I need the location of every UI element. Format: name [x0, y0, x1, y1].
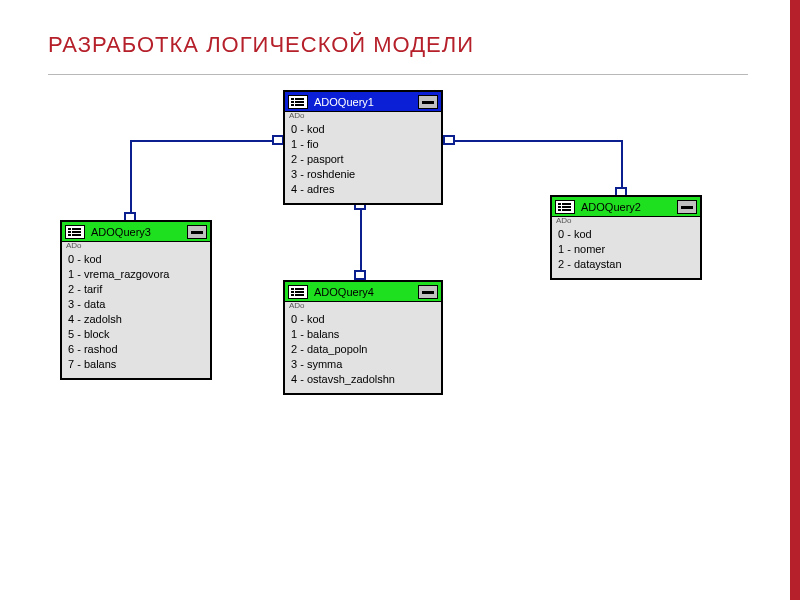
- connector-q1-q3: [130, 140, 278, 142]
- entity-title: ADOQuery2: [581, 201, 677, 213]
- diagram-canvas: ADOQuery1 ADo 0 - kod1 - fio2 - pasport3…: [0, 0, 800, 600]
- entity-field-row: 5 - block: [68, 327, 204, 342]
- entity-title: ADOQuery3: [91, 226, 187, 238]
- svg-rect-21: [295, 291, 304, 293]
- entity-titlebar[interactable]: ADOQuery1: [285, 92, 441, 112]
- list-icon: [555, 200, 575, 214]
- minimize-icon[interactable]: [418, 95, 438, 109]
- entity-field-row: 3 - roshdenie: [291, 167, 435, 182]
- entity-field-row: 4 - zadolsh: [68, 312, 204, 327]
- list-icon: [288, 285, 308, 299]
- svg-rect-7: [562, 203, 571, 205]
- entity-field-row: 7 - balans: [68, 357, 204, 372]
- entity-titlebar[interactable]: ADOQuery3: [62, 222, 210, 242]
- minimize-icon[interactable]: [677, 200, 697, 214]
- entity-field-row: 0 - kod: [291, 312, 435, 327]
- svg-rect-17: [72, 234, 81, 236]
- entity-adoquery2[interactable]: ADOQuery2 ADo 0 - kod1 - nomer2 - datays…: [550, 195, 702, 280]
- minimize-icon[interactable]: [418, 285, 438, 299]
- svg-rect-6: [558, 203, 561, 205]
- svg-rect-23: [295, 294, 304, 296]
- entity-fields: 0 - kod1 - fio2 - pasport3 - roshdenie4 …: [285, 120, 441, 203]
- svg-rect-5: [295, 104, 304, 106]
- svg-rect-14: [68, 231, 71, 233]
- svg-rect-15: [72, 231, 81, 233]
- svg-rect-1: [295, 98, 304, 100]
- entity-fields: 0 - kod1 - nomer2 - dataystan: [552, 225, 700, 278]
- svg-rect-4: [291, 104, 294, 106]
- svg-rect-12: [68, 228, 71, 230]
- connector-q1-q4: [360, 200, 362, 278]
- entity-field-row: 0 - kod: [68, 252, 204, 267]
- entity-sublabel: ADo: [285, 112, 441, 120]
- list-icon: [65, 225, 85, 239]
- svg-rect-13: [72, 228, 81, 230]
- entity-field-row: 1 - vrema_razgovora: [68, 267, 204, 282]
- svg-rect-3: [295, 101, 304, 103]
- entity-field-row: 4 - adres: [291, 182, 435, 197]
- svg-rect-19: [295, 288, 304, 290]
- svg-rect-22: [291, 294, 294, 296]
- entity-adoquery3[interactable]: ADOQuery3 ADo 0 - kod1 - vrema_razgovora…: [60, 220, 212, 380]
- svg-rect-8: [558, 206, 561, 208]
- entity-titlebar[interactable]: ADOQuery2: [552, 197, 700, 217]
- entity-field-row: 3 - symma: [291, 357, 435, 372]
- list-icon: [288, 95, 308, 109]
- connector-port: [443, 135, 455, 145]
- entity-field-row: 1 - balans: [291, 327, 435, 342]
- svg-rect-18: [291, 288, 294, 290]
- connector-q1-q2: [448, 140, 623, 142]
- entity-field-row: 1 - nomer: [558, 242, 694, 257]
- svg-rect-9: [562, 206, 571, 208]
- entity-field-row: 2 - pasport: [291, 152, 435, 167]
- entity-sublabel: ADo: [62, 242, 210, 250]
- svg-rect-11: [562, 209, 571, 211]
- entity-sublabel: ADo: [552, 217, 700, 225]
- entity-field-row: 2 - dataystan: [558, 257, 694, 272]
- connector-q1-q2: [621, 140, 623, 193]
- entity-field-row: 0 - kod: [558, 227, 694, 242]
- entity-field-row: 4 - ostavsh_zadolshn: [291, 372, 435, 387]
- entity-sublabel: ADo: [285, 302, 441, 310]
- entity-field-row: 2 - tarif: [68, 282, 204, 297]
- entity-field-row: 3 - data: [68, 297, 204, 312]
- entity-title: ADOQuery1: [314, 96, 418, 108]
- entity-field-row: 0 - kod: [291, 122, 435, 137]
- connector-q1-q3: [130, 140, 132, 218]
- entity-adoquery1[interactable]: ADOQuery1 ADo 0 - kod1 - fio2 - pasport3…: [283, 90, 443, 205]
- entity-field-row: 6 - rashod: [68, 342, 204, 357]
- entity-fields: 0 - kod1 - vrema_razgovora2 - tarif3 - d…: [62, 250, 210, 378]
- entity-fields: 0 - kod1 - balans2 - data_popoln3 - symm…: [285, 310, 441, 393]
- minimize-icon[interactable]: [187, 225, 207, 239]
- svg-rect-0: [291, 98, 294, 100]
- svg-rect-10: [558, 209, 561, 211]
- svg-rect-20: [291, 291, 294, 293]
- svg-rect-2: [291, 101, 294, 103]
- svg-rect-16: [68, 234, 71, 236]
- connector-port: [354, 270, 366, 280]
- entity-adoquery4[interactable]: ADOQuery4 ADo 0 - kod1 - balans2 - data_…: [283, 280, 443, 395]
- entity-field-row: 2 - data_popoln: [291, 342, 435, 357]
- entity-titlebar[interactable]: ADOQuery4: [285, 282, 441, 302]
- entity-field-row: 1 - fio: [291, 137, 435, 152]
- entity-title: ADOQuery4: [314, 286, 418, 298]
